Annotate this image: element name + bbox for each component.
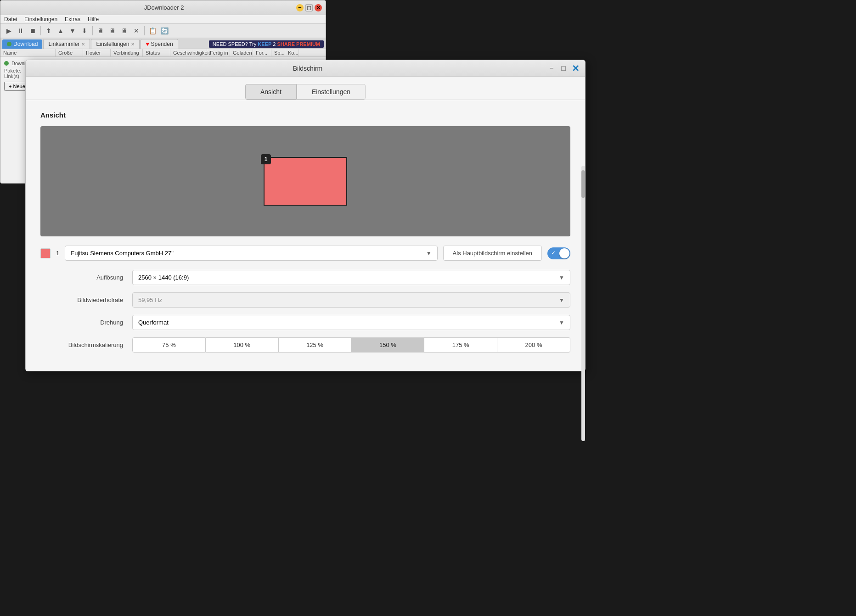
jd-tabs: Download Linksammler ✕ Einstellungen ✕ ♥… [0, 38, 326, 49]
jd-promo-banner: NEED SPEED? Try KEEP 2 SHARE PREMIUM [209, 40, 324, 48]
scaling-btn-100[interactable]: 100 % [206, 337, 279, 353]
refresh-rate-value: 59,95 Hz [138, 297, 162, 303]
jd-window-buttons: − □ ✕ [296, 4, 322, 11]
jd-toolbar: ▶ ⏸ ⏹ ⬆ ▲ ▼ ⬇ 🖥 🖥 🖥 ✕ 📋 🔄 [0, 24, 326, 38]
jd-clipboard-button[interactable]: 📋 [147, 25, 158, 36]
resolution-value: 2560 × 1440 (16:9) [138, 274, 189, 281]
dialog-tab-einstellungen[interactable]: Einstellungen [297, 84, 366, 100]
refresh-rate-row: Bildwiederholrate 59,95 Hz ▼ [40, 292, 570, 308]
jd-col-ko: Ko... [285, 49, 299, 56]
jd-screen2-button[interactable]: 🖥 [107, 25, 118, 36]
jd-col-size: Größe [56, 49, 83, 56]
resolution-dropdown-arrow: ▼ [559, 274, 564, 281]
dialog-tab-ansicht[interactable]: Ansicht [245, 84, 297, 100]
jd-screen1-button[interactable]: 🖥 [95, 25, 106, 36]
resolution-label: Auflösung [40, 274, 132, 281]
dialog-minimize-button[interactable]: − [547, 64, 556, 73]
monitor-screen: 1 [264, 157, 347, 206]
section-title: Ansicht [40, 111, 570, 119]
jd-down-all-button[interactable]: ⬇ [79, 25, 90, 36]
jd-remove-button[interactable]: ✕ [131, 25, 142, 36]
jd-col-verbindung: Verbindung [111, 49, 143, 56]
refresh-rate-label: Bildwiederholrate [40, 297, 132, 303]
jd-tab-einstellungen-close[interactable]: ✕ [131, 42, 135, 47]
jd-menubar: Datei Einstellungen Extras Hilfe [0, 15, 326, 24]
monitor-color-chip [40, 248, 51, 258]
scaling-row: Bildschirmskalierung 75 % 100 % 125 % 15… [40, 337, 570, 353]
monitor-preview-area: 1 [40, 126, 570, 236]
resolution-row: Auflösung 2560 × 1440 (16:9) ▼ [40, 270, 570, 285]
primary-toggle[interactable]: ✓ [547, 247, 570, 259]
jd-tab-linksammler[interactable]: Linksammler ✕ [43, 39, 90, 49]
scaling-label: Bildschirmskalierung [40, 342, 132, 348]
dialog-body: Ansicht 1 1 Fujitsu Siemens Computers Gm… [26, 100, 585, 371]
monitor-badge: 1 [261, 154, 271, 164]
jd-stop-button[interactable]: ⏹ [27, 25, 38, 36]
rotation-dropdown-arrow: ▼ [559, 319, 564, 326]
jd-col-name: Name [0, 49, 56, 56]
dialog-close-button[interactable]: ✕ [571, 64, 580, 73]
scaling-btn-200[interactable]: 200 % [497, 337, 570, 353]
jd-col-sp: Sp... [271, 49, 285, 56]
jd-col-geschwindigkeit: Geschwindigkeit [170, 49, 207, 56]
jd-up-all-button[interactable]: ⬆ [43, 25, 54, 36]
jd-menu-extras[interactable]: Extras [65, 16, 80, 22]
monitor-selector-row: 1 Fujitsu Siemens Computers GmbH 27" ▼ A… [40, 246, 570, 261]
monitor-dropdown-label: Fujitsu Siemens Computers GmbH 27" [71, 250, 174, 257]
jd-screen3-button[interactable]: 🖥 [119, 25, 130, 36]
dialog-title: Bildschirm [68, 65, 547, 72]
monitor-number: 1 [56, 250, 59, 257]
scaling-btn-175[interactable]: 175 % [424, 337, 497, 353]
bildschirm-dialog: Bildschirm − □ ✕ Ansicht Einstellungen A… [25, 60, 586, 371]
jd-col-hoster: Hoster [83, 49, 111, 56]
rotation-value: Querformat [138, 319, 169, 326]
refresh-rate-dropdown[interactable]: 59,95 Hz ▼ [132, 292, 570, 308]
refresh-rate-dropdown-arrow: ▼ [559, 297, 564, 303]
dialog-window-buttons: − □ ✕ [547, 64, 580, 73]
toggle-checkmark: ✓ [551, 250, 556, 256]
toggle-knob [559, 248, 569, 258]
jd-column-header: Name Größe Hoster Verbindung Status Gesc… [0, 49, 326, 57]
jd-tab-linksammler-close[interactable]: ✕ [81, 42, 85, 47]
jd-pause-button[interactable]: ⏸ [15, 25, 26, 36]
jd-tab-download[interactable]: Download [2, 39, 42, 49]
jd-menu-datei[interactable]: Datei [4, 16, 17, 22]
scaling-buttons: 75 % 100 % 125 % 150 % 175 % 200 % [132, 337, 570, 353]
dialog-maximize-button[interactable]: □ [559, 64, 568, 73]
jd-titlebar: JDownloader 2 − □ ✕ [0, 0, 326, 15]
jd-close-button[interactable]: ✕ [315, 4, 322, 11]
dialog-titlebar: Bildschirm − □ ✕ [26, 60, 585, 77]
jd-col-for: For... [253, 49, 271, 56]
jd-tab-spenden[interactable]: ♥ Spenden [141, 39, 178, 49]
set-primary-button[interactable]: Als Hauptbildschirm einstellen [443, 246, 542, 261]
resolution-dropdown[interactable]: 2560 × 1440 (16:9) ▼ [132, 270, 570, 285]
jd-up-button[interactable]: ▲ [55, 25, 66, 36]
rotation-dropdown[interactable]: Querformat ▼ [132, 315, 570, 330]
jd-col-fertig: Fertig in [207, 49, 230, 56]
dialog-scrollbar[interactable] [581, 166, 585, 441]
jd-refresh-button[interactable]: 🔄 [159, 25, 170, 36]
monitor-dropdown[interactable]: Fujitsu Siemens Computers GmbH 27" ▼ [65, 246, 437, 261]
jd-title: JDownloader 2 [32, 4, 296, 11]
dialog-tabs: Ansicht Einstellungen [26, 77, 585, 100]
jd-play-button[interactable]: ▶ [3, 25, 14, 36]
jd-maximize-button[interactable]: □ [305, 4, 313, 11]
jd-menu-einstellungen[interactable]: Einstellungen [24, 16, 57, 22]
monitor-dropdown-arrow: ▼ [426, 250, 432, 257]
jd-status-indicator [4, 61, 9, 66]
scaling-btn-125[interactable]: 125 % [279, 337, 352, 353]
rotation-label: Drehung [40, 319, 132, 326]
jd-tab-einstellungen[interactable]: Einstellungen ✕ [91, 39, 140, 49]
jd-menu-hilfe[interactable]: Hilfe [88, 16, 99, 22]
rotation-row: Drehung Querformat ▼ [40, 315, 570, 330]
jd-col-geladen: Geladen [230, 49, 253, 56]
scrollbar-thumb[interactable] [581, 170, 585, 198]
scaling-btn-75[interactable]: 75 % [132, 337, 206, 353]
jd-minimize-button[interactable]: − [296, 4, 304, 11]
jd-down-button[interactable]: ▼ [67, 25, 78, 36]
scaling-btn-150[interactable]: 150 % [351, 337, 424, 353]
jd-col-status: Status [143, 49, 170, 56]
